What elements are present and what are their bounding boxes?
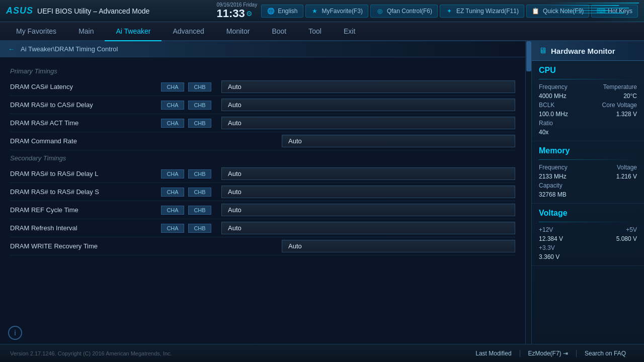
- channel-b-ras-cas[interactable]: CHB: [188, 101, 211, 110]
- memory-voltage-label: Voltage: [617, 164, 637, 171]
- gear-icon[interactable]: ⚙: [246, 10, 253, 18]
- cpu-frequency-value: 4000 MHz: [539, 93, 567, 100]
- cpu-bclk-label: BCLK: [539, 102, 554, 109]
- channel-a-refresh[interactable]: CHA: [161, 224, 184, 233]
- setting-name-ras-ras-l: DRAM RAS# to RAS# Delay L: [10, 170, 161, 177]
- cpu-ratio-value: 40x: [539, 129, 548, 136]
- channel-labels-ras-ras-l: CHA CHB: [161, 169, 221, 178]
- search-faq-button[interactable]: Search on FAQ: [577, 350, 634, 357]
- asus-logo: ASUS: [6, 6, 33, 16]
- nav-advanced[interactable]: Advanced: [162, 22, 215, 41]
- memory-voltage-value: 1.216 V: [616, 173, 637, 180]
- channel-a-ras-ras-l[interactable]: CHA: [161, 169, 184, 178]
- memory-section-title: Memory: [539, 146, 637, 155]
- value-write-recovery[interactable]: Auto: [282, 240, 515, 252]
- voltage-12v-row: +12V +5V: [539, 226, 637, 233]
- voltage-33v-label: +3.3V: [539, 244, 555, 251]
- value-ref-cycle[interactable]: Auto: [221, 204, 515, 216]
- channel-b-ras-ras-l[interactable]: CHB: [188, 169, 211, 178]
- globe-icon: 🌐: [267, 7, 275, 15]
- voltage-divider: [539, 222, 637, 222]
- cpu-section-title: CPU: [539, 66, 637, 75]
- header-title: UEFI BIOS Utility – Advanced Mode: [37, 7, 149, 15]
- section-secondary-label: Secondary Timings: [10, 154, 515, 162]
- memory-section: Memory Frequency Voltage 2133 MHz 1.216 …: [532, 141, 644, 204]
- channel-a-ras-cas[interactable]: CHA: [161, 101, 184, 110]
- channel-a-cas[interactable]: CHA: [161, 82, 184, 92]
- memory-divider: [539, 159, 637, 160]
- info-icon[interactable]: i: [8, 326, 22, 340]
- info-icon-area: i: [0, 322, 525, 344]
- hw-monitor-title: Hardware Monitor: [551, 47, 615, 55]
- cpu-ratio-row: Ratio: [539, 120, 637, 127]
- nav-main[interactable]: Main: [67, 22, 105, 41]
- setting-name-ras-ras-s: DRAM RAS# to RAS# Delay S: [10, 188, 161, 196]
- back-arrow[interactable]: ←: [8, 45, 15, 53]
- memory-freq-value-row: 2133 MHz 1.216 V: [539, 173, 637, 180]
- monitor-icon: 🖥: [539, 46, 547, 55]
- ez-tuning-button[interactable]: ✦ EZ Tuning Wizard(F11): [440, 5, 524, 18]
- setting-row-ref-cycle: DRAM REF Cycle Time CHA CHB Auto: [10, 201, 515, 219]
- setting-name-ras-act: DRAM RAS# ACT Time: [10, 119, 161, 127]
- channel-b-cas[interactable]: CHB: [188, 82, 211, 92]
- scrollbar-track[interactable]: [525, 41, 531, 344]
- channel-a-ref-cycle[interactable]: CHA: [161, 206, 184, 215]
- note-icon: 📋: [532, 7, 540, 15]
- value-refresh-interval[interactable]: Auto: [221, 222, 515, 234]
- value-ras-ras-s[interactable]: Auto: [221, 186, 515, 198]
- value-cmd-rate[interactable]: Auto: [282, 135, 515, 147]
- channel-labels-ras-ras-s: CHA CHB: [161, 188, 221, 197]
- nav-boot[interactable]: Boot: [261, 22, 297, 41]
- value-ras-ras-l[interactable]: Auto: [221, 167, 515, 180]
- voltage-section: Voltage +12V +5V 12.384 V 5.080 V +3.3V …: [532, 204, 644, 266]
- cpu-section: CPU Frequency Temperature 4000 MHz 20°C …: [532, 61, 644, 141]
- voltage-12v-label: +12V: [539, 226, 553, 233]
- voltage-33v-row: +3.3V: [539, 244, 637, 251]
- memory-frequency-value: 2133 MHz: [539, 173, 567, 180]
- cpu-ratio-label: Ratio: [539, 120, 553, 127]
- channel-a-ras-act[interactable]: CHA: [161, 119, 184, 128]
- ez-mode-button[interactable]: EzMode(F7) ⇥: [520, 350, 577, 357]
- ez-mode-icon: ⇥: [563, 350, 568, 357]
- memory-capacity-value: 32768 MB: [539, 191, 567, 198]
- myfavorite-button[interactable]: ★ MyFavorite(F3): [305, 5, 368, 18]
- qfan-button[interactable]: ◎ Qfan Control(F6): [370, 5, 438, 18]
- fan-icon: ◎: [376, 7, 384, 15]
- footer-version: Version 2.17.1246. Copyright (C) 2016 Am…: [10, 350, 172, 356]
- cpu-temperature-label: Temperature: [603, 83, 637, 90]
- last-modified-button[interactable]: Last Modified: [467, 350, 520, 357]
- setting-name-write-recovery: DRAM WRITE Recovery Time: [10, 242, 161, 250]
- nav-monitor[interactable]: Monitor: [215, 22, 261, 41]
- language-button[interactable]: 🌐 English: [261, 5, 303, 18]
- channel-b-refresh[interactable]: CHB: [188, 224, 211, 233]
- channel-b-ras-ras-s[interactable]: CHB: [188, 188, 211, 197]
- cpu-temperature-value: 20°C: [623, 93, 637, 100]
- asus-logo-area: ASUS UEFI BIOS Utility – Advanced Mode: [6, 6, 149, 16]
- channel-a-ras-ras-s[interactable]: CHA: [161, 188, 184, 197]
- channel-labels-ras-cas: CHA CHB: [161, 101, 221, 110]
- value-ras-to-cas[interactable]: Auto: [221, 99, 515, 111]
- nav-bar: My Favorites Main Ai Tweaker Advanced Mo…: [0, 22, 644, 41]
- wand-icon: ✦: [445, 7, 453, 15]
- setting-row-write-recovery: DRAM WRITE Recovery Time Auto: [10, 237, 515, 255]
- nav-tool[interactable]: Tool: [297, 22, 333, 41]
- channel-labels-cas: CHA CHB: [161, 82, 221, 92]
- channel-b-ras-act[interactable]: CHB: [188, 119, 211, 128]
- value-ras-act[interactable]: Auto: [221, 117, 515, 129]
- value-cas-latency[interactable]: Auto: [221, 80, 515, 93]
- setting-row-cmd-rate: DRAM Command Rate Auto: [10, 132, 515, 150]
- voltage-12v-value: 12.384 V: [539, 235, 563, 242]
- cpu-frequency-row: Frequency Temperature: [539, 83, 637, 90]
- scrollbar-thumb[interactable]: [526, 41, 531, 71]
- cpu-bclk-value: 100.0 MHz: [539, 111, 568, 118]
- header: ASUS UEFI BIOS Utility – Advanced Mode 0…: [0, 0, 644, 22]
- voltage-5v-label: +5V: [626, 226, 637, 233]
- section-primary-label: Primary Timings: [10, 67, 515, 75]
- cpu-bclk-value-row: 100.0 MHz 1.328 V: [539, 111, 637, 118]
- nav-exit[interactable]: Exit: [333, 22, 366, 41]
- cpu-frequency-value-row: 4000 MHz 20°C: [539, 93, 637, 100]
- nav-my-favorites[interactable]: My Favorites: [5, 22, 67, 41]
- nav-ai-tweaker[interactable]: Ai Tweaker: [105, 22, 162, 41]
- channel-labels-ref-cycle: CHA CHB: [161, 206, 221, 215]
- channel-b-ref-cycle[interactable]: CHB: [188, 206, 211, 215]
